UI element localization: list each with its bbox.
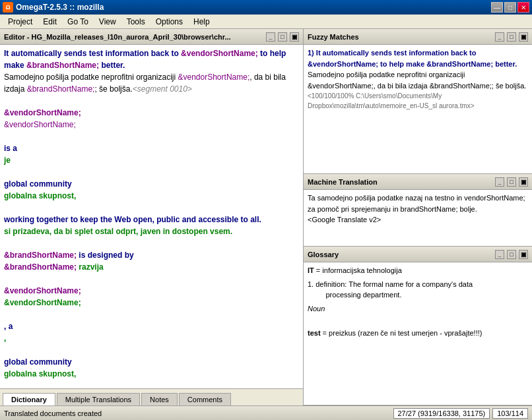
fuzzy-match-target: Samodejno pošilja podatke neprofitni org…: [308, 69, 528, 91]
content-area: Editor - HG_Mozilla_releases_l10n_aurora…: [0, 29, 532, 405]
segment-source-4: global community: [4, 178, 299, 190]
segment-target-2: &vendorShortName;: [4, 119, 299, 131]
machine-translation-header: Machine Translation _ □ ▣: [304, 174, 532, 190]
blank-1: [4, 95, 299, 107]
segment-target-4: globalna skupnost,: [4, 190, 299, 202]
status-bar: Translated documents created 27/27 (9319…: [0, 405, 532, 420]
blank-5: [4, 237, 299, 249]
menu-help[interactable]: Help: [188, 16, 215, 28]
machine-translation-section: Machine Translation _ □ ▣ Ta samodejno p…: [304, 174, 532, 247]
segment-source-6: &brandShortName; is designed by: [4, 249, 299, 261]
tab-multiple-translations[interactable]: Multiple Translations: [57, 393, 140, 405]
editor-content: It automatically sends test information …: [4, 47, 299, 380]
blank-8: [4, 344, 299, 356]
menu-view[interactable]: View: [94, 16, 121, 28]
blank-glossary: [308, 316, 528, 328]
fuzzy-match-source: 1) It automatically sends test informati…: [308, 47, 528, 69]
segment-target-5: si prizadeva, da bi splet ostal odprt, j…: [4, 225, 299, 237]
fuzzy-matches-header: Fuzzy Matches _ □ ▣: [304, 29, 532, 45]
glossary-entry-pos: Noun: [308, 303, 528, 315]
fuzzy-minimize-btn[interactable]: _: [495, 32, 504, 42]
tab-notes[interactable]: Notes: [141, 393, 178, 405]
segment-target-6: &brandShortName; razvija: [4, 261, 299, 273]
menu-tools[interactable]: Tools: [121, 16, 150, 28]
glossary-header: Glossary _ □ ▣: [304, 247, 532, 262]
title-bar: Ω OmegaT-2.5.3 :: mozilla — □ ✕: [0, 0, 532, 15]
glossary-entry-definition: 1. definition: The formal name for a com…: [308, 279, 528, 301]
menu-options[interactable]: Options: [150, 16, 188, 28]
machine-translation-title: Machine Translation: [308, 178, 492, 186]
blank-3: [4, 166, 299, 178]
status-left-text: Translated documents created: [4, 409, 388, 417]
glossary-minimize-btn[interactable]: _: [495, 250, 504, 259]
title-bar-text: OmegaT-2.5.3 :: mozilla: [16, 3, 488, 12]
fuzzy-match-1: 1) It automatically sends test informati…: [308, 47, 528, 111]
title-bar-controls: — □ ✕: [491, 2, 529, 13]
blank-2: [4, 131, 299, 142]
segment-target-7: &vendorShortName;: [4, 297, 299, 309]
bottom-tabs: Dictionary Multiple Translations Notes C…: [0, 388, 303, 405]
glossary-entry-it: IT = informacijska tehnologija: [308, 265, 528, 276]
segment-target-9: globalna skupnost,: [4, 368, 299, 380]
segment-source-1: It automatically sends test information …: [4, 47, 299, 71]
segment-source-5: working together to keep the Web open, p…: [4, 214, 299, 225]
fuzzy-matches-title: Fuzzy Matches: [308, 33, 492, 41]
app-icon: Ω: [3, 2, 13, 13]
editor-title: Editor - HG_Mozilla_releases_l10n_aurora…: [4, 33, 263, 41]
machine-translation-content[interactable]: Ta samodejno pošilja podatke nazaj na te…: [304, 190, 532, 246]
main-area: Editor - HG_Mozilla_releases_l10n_aurora…: [0, 29, 532, 420]
glossary-entry-test: test = preizkus (razen če ni test umerje…: [308, 328, 528, 339]
glossary-maximize-btn[interactable]: □: [507, 250, 516, 259]
editor-detach-btn[interactable]: ▣: [290, 32, 299, 42]
fuzzy-detach-btn[interactable]: ▣: [519, 32, 528, 42]
segment-source-7: &vendorShortName;: [4, 285, 299, 297]
menu-project[interactable]: Project: [3, 16, 38, 28]
status-progress: 27/27 (9319/16338, 31175): [393, 408, 490, 419]
blank-6: [4, 273, 299, 285]
segment-source-8: , a: [4, 320, 299, 332]
tab-comments[interactable]: Comments: [179, 393, 231, 405]
segment-source-3: is a: [4, 142, 299, 154]
editor-minimize-btn[interactable]: _: [266, 32, 275, 42]
mt-text: Ta samodejno pošilja podatke nazaj na te…: [308, 193, 528, 225]
menu-edit[interactable]: Edit: [38, 16, 62, 28]
fuzzy-maximize-btn[interactable]: □: [507, 32, 516, 42]
glossary-content[interactable]: IT = informacijska tehnologija 1. defini…: [304, 262, 532, 405]
segment-target-8: ,: [4, 332, 299, 344]
menu-bar: Project Edit Go To View Tools Options He…: [0, 15, 532, 29]
status-right: 27/27 (9319/16338, 31175) 103/114: [393, 408, 529, 419]
minimize-button[interactable]: —: [491, 2, 503, 13]
menu-goto[interactable]: Go To: [62, 16, 94, 28]
glossary-section: Glossary _ □ ▣ IT = informacijska tehnol…: [304, 247, 532, 405]
blank-7: [4, 309, 299, 320]
fuzzy-matches-content[interactable]: 1) It automatically sends test informati…: [304, 45, 532, 173]
mt-detach-btn[interactable]: ▣: [519, 177, 528, 187]
maximize-button[interactable]: □: [504, 2, 516, 13]
segment-source-9: global community: [4, 356, 299, 368]
right-panel: Fuzzy Matches _ □ ▣ 1) It automatically …: [304, 29, 532, 405]
fuzzy-matches-section: Fuzzy Matches _ □ ▣ 1) It automatically …: [304, 29, 532, 174]
tab-dictionary[interactable]: Dictionary: [3, 393, 55, 405]
mt-minimize-btn[interactable]: _: [495, 177, 504, 187]
segment-target-3: je: [4, 154, 299, 166]
glossary-title: Glossary: [308, 251, 492, 258]
editor-area[interactable]: It automatically sends test information …: [0, 45, 303, 388]
mt-maximize-btn[interactable]: □: [507, 177, 516, 187]
editor-maximize-btn[interactable]: □: [278, 32, 287, 42]
editor-header: Editor - HG_Mozilla_releases_l10n_aurora…: [0, 29, 303, 45]
close-button[interactable]: ✕: [517, 2, 529, 13]
glossary-detach-btn[interactable]: ▣: [519, 250, 528, 259]
segment-target-1: Samodejno pošilja podatke neprofitni org…: [4, 71, 299, 95]
left-panel: Editor - HG_Mozilla_releases_l10n_aurora…: [0, 29, 304, 405]
status-page: 103/114: [492, 408, 528, 419]
blank-4: [4, 202, 299, 214]
fuzzy-match-score: <100/100/100% C:\Users\smo\Documents\My …: [308, 91, 528, 111]
segment-source-2: &vendorShortName;: [4, 107, 299, 119]
